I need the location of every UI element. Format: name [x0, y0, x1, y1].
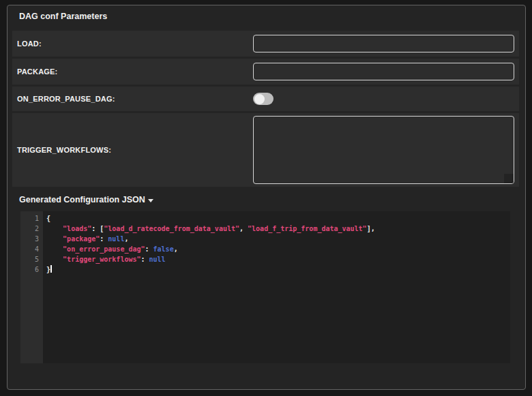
form-row-on-error-pause-dag: ON_ERROR_PAUSE_DAG:: [12, 87, 519, 111]
toggle-knob-icon: [254, 94, 265, 104]
dag-conf-panel: DAG conf Parameters LOAD: PACKAGE: ON_ER…: [7, 5, 526, 390]
generated-json-title: Generated Configuration JSON: [19, 195, 145, 204]
package-input[interactable]: [253, 63, 514, 80]
trigger-workflows-textarea[interactable]: [253, 116, 514, 184]
on-error-pause-dag-label: ON_ERROR_PAUSE_DAG:: [12, 95, 253, 103]
caret-down-icon: [148, 199, 153, 202]
form-row-load: LOAD:: [12, 31, 519, 57]
package-control: [253, 63, 519, 80]
on-error-pause-dag-control: [253, 93, 519, 105]
form-row-package: PACKAGE:: [12, 59, 519, 85]
json-editor[interactable]: 123456 { "loads": ["load_d_ratecode_from…: [20, 211, 510, 363]
editor-code: { "loads": ["load_d_ratecode_from_data_v…: [43, 211, 510, 363]
textarea-resize-handle-icon[interactable]: [504, 174, 514, 183]
package-label: PACKAGE:: [12, 67, 253, 76]
code-line: }: [46, 264, 510, 275]
on-error-pause-dag-toggle[interactable]: [253, 93, 274, 105]
text-cursor: [50, 265, 52, 273]
editor-gutter: 123456: [20, 211, 43, 363]
load-control: [253, 35, 519, 52]
generated-json-header[interactable]: Generated Configuration JSON: [19, 195, 153, 204]
form-row-trigger-workflows: TRIGGER_WORKFLOWS:: [12, 113, 519, 187]
panel-title: DAG conf Parameters: [19, 12, 525, 21]
load-label: LOAD:: [12, 40, 253, 48]
code-line: "loads": ["load_d_ratecode_from_data_vau…: [46, 224, 510, 234]
code-line: "on_error_pause_dag": false,: [46, 244, 510, 254]
code-line: "trigger_workflows": null: [46, 254, 510, 264]
trigger-workflows-label: TRIGGER_WORKFLOWS:: [12, 146, 253, 154]
line-number: 3: [20, 234, 43, 244]
line-number: 2: [20, 224, 43, 234]
line-number: 4: [20, 244, 43, 254]
form-rows: LOAD: PACKAGE: ON_ERROR_PAUSE_DAG: TRIGG…: [12, 31, 519, 187]
trigger-workflows-control: [253, 116, 519, 184]
line-number: 5: [20, 254, 43, 264]
code-line: "package": null,: [46, 234, 510, 244]
load-input[interactable]: [253, 35, 514, 52]
code-line: {: [46, 213, 510, 224]
line-number: 6: [20, 264, 43, 275]
line-number: 1: [20, 213, 43, 224]
